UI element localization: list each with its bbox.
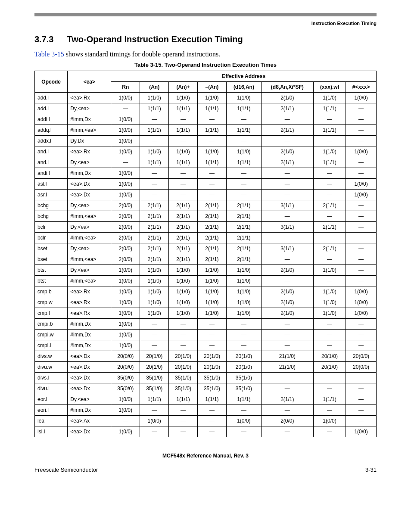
cell-pxxx: — bbox=[346, 254, 377, 265]
cell-opcode: cmp.w bbox=[35, 297, 68, 308]
cell-d8: 2(0/0) bbox=[261, 416, 313, 426]
cell-an: — bbox=[140, 179, 169, 190]
cell-an: 1(1/0) bbox=[140, 297, 169, 308]
cell-pxxx: — bbox=[346, 243, 377, 254]
cell-d16: 1(1/0) bbox=[226, 276, 261, 286]
table-row: add.l<ea>,Rx1(0/0)1(1/0)1(1/0)1(1/0)1(1/… bbox=[35, 93, 377, 103]
cell-man: 1(1/0) bbox=[197, 286, 226, 297]
cell-d8: — bbox=[261, 405, 313, 416]
cell-man: — bbox=[197, 426, 226, 437]
cell-pxxx: — bbox=[346, 383, 377, 394]
cell-anp: 1(1/0) bbox=[169, 286, 198, 297]
cell-rn: 1(0/0) bbox=[111, 276, 140, 286]
cell-d16: — bbox=[226, 190, 261, 200]
cell-d16: 1(1/1) bbox=[226, 394, 261, 405]
cell-man: — bbox=[197, 405, 226, 416]
cell-rn: 2(0/0) bbox=[111, 200, 140, 211]
cell-anp: — bbox=[169, 136, 198, 146]
cell-man: 1(1/0) bbox=[197, 93, 226, 103]
cell-d8: 2(1/0) bbox=[261, 146, 313, 157]
cell-xxxwl: 1(1/0) bbox=[313, 308, 346, 319]
cell-anp: 2(1/1) bbox=[169, 211, 198, 222]
col-xxxwl: (xxx).wl bbox=[313, 82, 346, 93]
cell-anp: 1(1/0) bbox=[169, 265, 198, 276]
table-row: divu.w<ea>,Dx20(0/0)20(1/0)20(1/0)20(1/0… bbox=[35, 362, 377, 373]
cell-d8: 2(1/0) bbox=[261, 265, 313, 276]
cell-d16: — bbox=[226, 114, 261, 125]
cell-d8: 3(1/1) bbox=[261, 243, 313, 254]
cell-man: 35(1/0) bbox=[197, 373, 226, 383]
table-row: bset#imm,<ea>2(0/0)2(1/1)2(1/1)2(1/1)2(1… bbox=[35, 254, 377, 265]
cell-opcode: addq.l bbox=[35, 125, 68, 136]
cell-rn: 2(0/0) bbox=[111, 254, 140, 265]
cell-an: — bbox=[140, 114, 169, 125]
cell-d16: 1(1/1) bbox=[226, 157, 261, 168]
cell-rn: 1(0/0) bbox=[111, 93, 140, 103]
cell-rn: 1(0/0) bbox=[111, 297, 140, 308]
table-row: divu.l<ea>,Dx35(0/0)35(1/0)35(1/0)35(1/0… bbox=[35, 383, 377, 394]
cell-man: 1(1/0) bbox=[197, 146, 226, 157]
cell-rn: 20(0/0) bbox=[111, 351, 140, 362]
cell-d8: — bbox=[261, 233, 313, 243]
cell-rn: 1(0/0) bbox=[111, 168, 140, 179]
cell-pxxx: — bbox=[346, 125, 377, 136]
table-row: bsetDy,<ea>2(0/0)2(1/1)2(1/1)2(1/1)2(1/1… bbox=[35, 243, 377, 254]
cell-opcode: cmp.b bbox=[35, 286, 68, 297]
cell-anp: 1(1/1) bbox=[169, 103, 198, 114]
cell-d16: 2(1/1) bbox=[226, 254, 261, 265]
cell-rn: 2(0/0) bbox=[111, 243, 140, 254]
cell-rn: 35(0/0) bbox=[111, 383, 140, 394]
cell-opcode: cmpi.l bbox=[35, 340, 68, 351]
cell-man: 2(1/1) bbox=[197, 254, 226, 265]
top-decorative-bar bbox=[34, 13, 377, 16]
cell-d8: 21(1/0) bbox=[261, 351, 313, 362]
cell-man: — bbox=[197, 319, 226, 330]
cell-d16: — bbox=[226, 330, 261, 340]
cell-man: 2(1/1) bbox=[197, 243, 226, 254]
col-anp: (An)+ bbox=[169, 82, 198, 93]
cell-xxxwl: 1(1/0) bbox=[313, 265, 346, 276]
cell-opcode: divs.l bbox=[35, 373, 68, 383]
cell-rn: 1(0/0) bbox=[111, 405, 140, 416]
cell-rn: 1(0/0) bbox=[111, 179, 140, 190]
cell-rn: — bbox=[111, 416, 140, 426]
col-d16: (d16,An) bbox=[226, 82, 261, 93]
cell-opcode: and.l bbox=[35, 157, 68, 168]
cell-opcode: bchg bbox=[35, 200, 68, 211]
cell-rn: 1(0/0) bbox=[111, 308, 140, 319]
cell-xxxwl: — bbox=[313, 254, 346, 265]
cell-pxxx: 1(0/0) bbox=[346, 93, 377, 103]
cell-xxxwl: — bbox=[313, 211, 346, 222]
table-reference-link[interactable]: Table 3-15 bbox=[34, 50, 64, 58]
cell-an: 2(1/1) bbox=[140, 254, 169, 265]
cell-rn: 1(0/0) bbox=[111, 265, 140, 276]
cell-rn: 1(0/0) bbox=[111, 319, 140, 330]
table-row: divs.w<ea>,Dx20(0/0)20(1/0)20(1/0)20(1/0… bbox=[35, 351, 377, 362]
footer-left: Freescale Semiconductor bbox=[34, 467, 98, 473]
running-header: Instruction Execution Timing bbox=[34, 21, 377, 26]
cell-opcode: and.l bbox=[35, 146, 68, 157]
cell-man: 1(1/1) bbox=[197, 125, 226, 136]
cell-man: — bbox=[197, 330, 226, 340]
cell-an: 1(1/0) bbox=[140, 276, 169, 286]
cell-an: 1(1/0) bbox=[140, 286, 169, 297]
cell-xxxwl: 1(1/0) bbox=[313, 146, 346, 157]
cell-d16: — bbox=[226, 136, 261, 146]
cell-ea: <ea>,Rx bbox=[68, 297, 111, 308]
table-row: cmpi.b#imm,Dx1(0/0)——————— bbox=[35, 319, 377, 330]
table-row: eori.l#imm,Dx1(0/0)——————— bbox=[35, 405, 377, 416]
cell-anp: 2(1/1) bbox=[169, 243, 198, 254]
cell-ea: <ea>,Dx bbox=[68, 362, 111, 373]
cell-xxxwl: 20(1/0) bbox=[313, 351, 346, 362]
cell-ea: Dy,<ea> bbox=[68, 157, 111, 168]
cell-xxxwl: 1(1/1) bbox=[313, 125, 346, 136]
table-row: btst#imm,<ea>1(0/0)1(1/0)1(1/0)1(1/0)1(1… bbox=[35, 276, 377, 286]
cell-ea: Dy,<ea> bbox=[68, 243, 111, 254]
cell-d8: — bbox=[261, 330, 313, 340]
col-an: (An) bbox=[140, 82, 169, 93]
cell-ea: Dy,<ea> bbox=[68, 222, 111, 233]
cell-man: — bbox=[197, 114, 226, 125]
cell-d8: 2(1/0) bbox=[261, 297, 313, 308]
cell-opcode: addi.l bbox=[35, 114, 68, 125]
cell-opcode: add.l bbox=[35, 103, 68, 114]
